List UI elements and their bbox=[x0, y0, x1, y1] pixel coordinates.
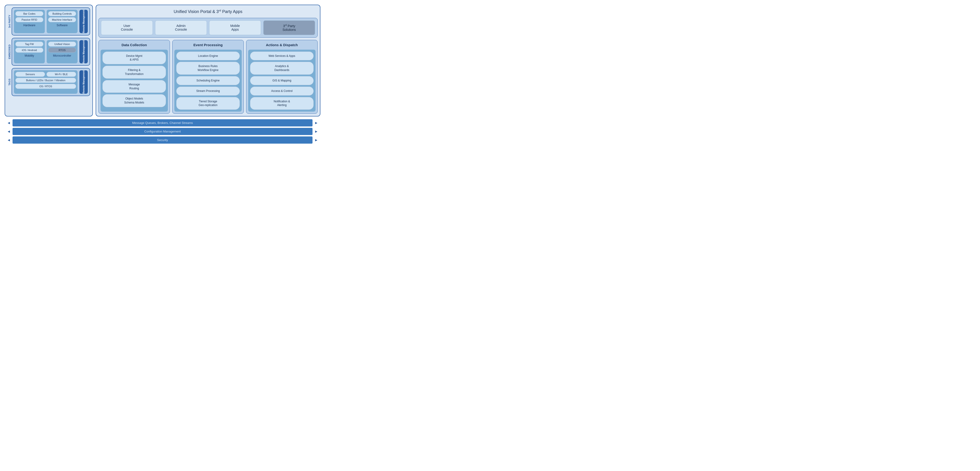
architecture-diagram: 3rd PARTY Bar Codes Passive RFID Hardwar… bbox=[5, 5, 320, 144]
embedded-label: EMBEDDED bbox=[8, 38, 12, 66]
security-bar: Security bbox=[13, 136, 312, 144]
portal-apps-row: UserConsole AdminConsole MobileApps 3rd … bbox=[99, 18, 318, 38]
scheduling-engine-card: Scheduling Engine bbox=[176, 76, 240, 85]
business-rules-card: Business RulesWorkflow Engine bbox=[176, 62, 240, 75]
machine-interface-pill: Machine Interface bbox=[48, 17, 76, 22]
third-party-section: 3rd PARTY Bar Codes Passive RFID Hardwar… bbox=[8, 8, 90, 35]
tags-content: Sensors Wi-Fi / BLE Buttons / LEDs / Buz… bbox=[12, 68, 90, 96]
config-mgmt-bar: Configuration Management bbox=[13, 128, 312, 135]
tags-main-block: Sensors Wi-Fi / BLE Buttons / LEDs / Buz… bbox=[14, 70, 78, 94]
actions-dispatch-title: Actions & Dispatch bbox=[248, 42, 315, 48]
tiered-storage-card: Tiered StorageGeo-replication bbox=[176, 97, 240, 110]
event-processing-title: Event Processing bbox=[174, 42, 242, 48]
microcontroller-block: Unified Vision RTOS Microcontroller bbox=[47, 40, 78, 63]
device-mgmt-card: Device Mgmt& APIS bbox=[102, 51, 166, 65]
embedded-content: Tag FW iOS / Android Mobility Unified Vi… bbox=[12, 38, 90, 66]
message-routing-card: MessageRouting bbox=[102, 80, 166, 93]
arrow-right-2: ► bbox=[314, 130, 318, 134]
software-title: Software bbox=[48, 24, 76, 27]
data-collection-inner: Device Mgmt& APIS Filtering &Transformat… bbox=[100, 50, 168, 112]
arrow-right-3: ► bbox=[314, 138, 318, 142]
wifi-ble-pill: Wi-Fi / BLE bbox=[46, 72, 76, 77]
third-party-label: 3rd PARTY bbox=[8, 8, 12, 35]
message-queues-bar-row: ◄ Message Queues, Brokers, Channel Strea… bbox=[7, 119, 318, 127]
third-party-solutions-card: 3rd PartySolutions bbox=[263, 21, 315, 35]
mobility-block: Tag FW iOS / Android Mobility bbox=[14, 40, 45, 63]
gis-mapping-card: GIS & Mapping bbox=[250, 76, 313, 85]
access-control-card: Access & Control bbox=[250, 87, 313, 95]
ios-android-pill: iOS / Android bbox=[15, 48, 43, 53]
bottom-bars: ◄ Message Queues, Brokers, Channel Strea… bbox=[5, 119, 320, 144]
rtos-pill: RTOS bbox=[48, 48, 76, 53]
analytics-card: Analytics &Dashboards bbox=[250, 62, 313, 75]
data-collection-title: Data Collection bbox=[100, 42, 168, 48]
arrow-right-1: ► bbox=[314, 121, 318, 125]
location-engine-card: Location Engine bbox=[176, 51, 240, 60]
portal-title: Unified Vision Portal & 3rd Party Apps bbox=[99, 8, 318, 16]
microcontroller-title: Microcontroller bbox=[48, 54, 76, 57]
buttons-leds-pill: Buttons / LEDs / Buzzer / Vibration bbox=[15, 78, 76, 83]
security-bar-row: ◄ Security ► bbox=[7, 136, 318, 144]
config-mgmt-bar-row: ◄ Configuration Management ► bbox=[7, 128, 318, 135]
user-console-card: UserConsole bbox=[101, 21, 153, 35]
object-models-card: Object ModelsSchema Models bbox=[102, 94, 166, 107]
event-processing-inner: Location Engine Business RulesWorkflow E… bbox=[174, 50, 242, 112]
bar-codes-pill: Bar Codes bbox=[15, 11, 43, 16]
embedded-section: EMBEDDED Tag FW iOS / Android Mobility U… bbox=[8, 38, 90, 66]
stream-processing-card: Stream Processing bbox=[176, 87, 240, 95]
remote-mgmt-label-1: Remote Management bbox=[83, 10, 85, 33]
mobility-title: Mobility bbox=[15, 54, 43, 57]
remote-mgmt-third-party: Remote Management bbox=[80, 10, 88, 33]
hardware-title: Hardware bbox=[15, 24, 43, 27]
event-processing-column: Event Processing Location Engine Busines… bbox=[172, 40, 244, 114]
right-panel: Unified Vision Portal & 3rd Party Apps U… bbox=[95, 5, 320, 116]
filtering-card: Filtering &Transformation bbox=[102, 66, 166, 79]
remote-mgmt-tags: Remote Management bbox=[80, 70, 88, 94]
top-section: 3rd PARTY Bar Codes Passive RFID Hardwar… bbox=[5, 5, 320, 116]
remote-mgmt-label-3: Remote Management bbox=[83, 70, 85, 94]
admin-console-card: AdminConsole bbox=[155, 21, 207, 35]
software-block: Building Controls Machine Interface Soft… bbox=[47, 10, 78, 33]
web-services-card: Web Services & Apps bbox=[250, 51, 313, 60]
arrow-left-2: ◄ bbox=[7, 130, 11, 134]
left-panel: 3rd PARTY Bar Codes Passive RFID Hardwar… bbox=[5, 5, 93, 116]
columns-row: Data Collection Device Mgmt& APIS Filter… bbox=[99, 40, 318, 114]
arrow-left-3: ◄ bbox=[7, 138, 11, 142]
unified-vision-pill: Unified Vision bbox=[48, 41, 76, 47]
actions-dispatch-column: Actions & Dispatch Web Services & Apps A… bbox=[246, 40, 318, 114]
mobile-apps-card: MobileApps bbox=[209, 21, 261, 35]
remote-mgmt-label-2: Remote Management bbox=[83, 40, 85, 63]
os-rtos-pill: OS / RTOS bbox=[15, 84, 76, 89]
message-queues-bar: Message Queues, Brokers, Channel Streams bbox=[13, 119, 312, 127]
actions-dispatch-inner: Web Services & Apps Analytics &Dashboard… bbox=[248, 50, 315, 112]
notification-card: Notification &Alerting bbox=[250, 97, 313, 110]
arrow-left-1: ◄ bbox=[7, 121, 11, 125]
tags-section: TAGS Sensors Wi-Fi / BLE Buttons / LEDs … bbox=[8, 68, 90, 96]
tags-label: TAGS bbox=[8, 68, 12, 96]
sensors-pill: Sensors bbox=[15, 72, 45, 77]
remote-mgmt-embedded: Remote Management bbox=[80, 40, 88, 63]
tag-fw-pill: Tag FW bbox=[15, 41, 43, 47]
third-party-content: Bar Codes Passive RFID Hardware Building… bbox=[12, 8, 90, 35]
hardware-block: Bar Codes Passive RFID Hardware bbox=[14, 10, 45, 33]
building-controls-pill: Building Controls bbox=[48, 11, 76, 16]
passive-rfid-pill: Passive RFID bbox=[15, 17, 43, 22]
data-collection-column: Data Collection Device Mgmt& APIS Filter… bbox=[99, 40, 170, 114]
